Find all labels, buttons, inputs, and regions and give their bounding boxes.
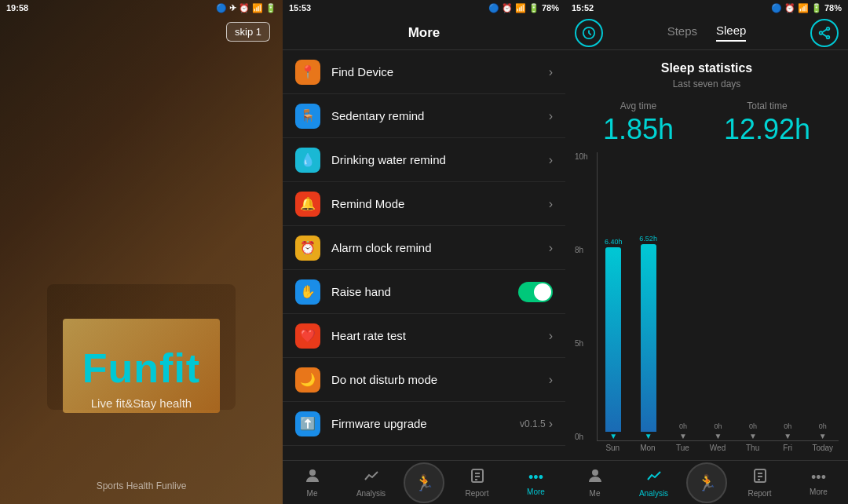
heart-rate-icon: ❤️ <box>295 323 320 349</box>
svg-line-9 <box>822 33 826 36</box>
dnd-icon: 🌙 <box>295 367 320 393</box>
bar-arrow-sun: ▼ <box>609 432 617 440</box>
bar-value-wed: 0h <box>714 422 722 430</box>
status-bar-panel2: 15:53 🔵 ⏰ 📶 🔋 78% <box>283 0 565 16</box>
nav-label-analysis-p2: Analysis <box>356 489 386 498</box>
menu-item-sedentary[interactable]: 🪑 Sedentary remind › <box>283 94 565 138</box>
nav-label-more-p3: More <box>810 488 828 496</box>
center-btn-p2[interactable]: 🏃 <box>404 462 444 503</box>
y-label-8h: 8h <box>575 246 594 254</box>
raise-hand-toggle[interactable] <box>518 282 553 302</box>
menu-label-alarm: Alarm clock remind <box>331 241 549 254</box>
nav-center-p2[interactable]: 🏃 <box>400 461 448 504</box>
chevron-drinking: › <box>549 153 553 167</box>
bar-value-today: 0h <box>819 422 827 430</box>
bar-arrow-today: ▼ <box>819 432 827 440</box>
y-label-5h: 5h <box>575 339 594 348</box>
nav-me-p2[interactable]: Me <box>283 461 342 504</box>
sleep-stats-sub: Last seven days <box>565 79 848 89</box>
menu-item-alarm[interactable]: ⏰ Alarm clock remind › <box>283 226 565 270</box>
total-value: 12.92h <box>724 113 810 146</box>
nav-label-report-p3: Report <box>747 489 771 498</box>
y-label-10h: 10h <box>575 152 594 161</box>
chevron-dnd: › <box>549 373 553 387</box>
svg-point-11 <box>592 469 598 476</box>
nav-analysis-p2[interactable]: Analysis <box>342 461 400 504</box>
bar-rect-mon <box>641 244 656 432</box>
svg-point-6 <box>827 27 830 30</box>
splash-panel: 19:58 🔵 ✈ ⏰ 📶 🔋 skip 1 Funfit Live fit&S… <box>0 0 283 504</box>
bar-value-fri: 0h <box>784 422 791 430</box>
x-label-sun: Sun <box>597 441 629 452</box>
menu-label-dnd: Do not disturb mode <box>331 373 549 386</box>
bottom-nav-panel2: Me Analysis 🏃 Report ••• More <box>283 460 565 504</box>
splash-footer: Sports Health Funlive <box>0 480 283 491</box>
menu-item-dnd[interactable]: 🌙 Do not disturb mode › <box>283 358 565 402</box>
chevron-firmware: › <box>549 417 553 431</box>
nav-analysis-p3[interactable]: Analysis <box>624 461 683 504</box>
menu-item-remind-mode[interactable]: 🔔 Remind Mode › <box>283 182 565 226</box>
nav-report-p3[interactable]: Report <box>730 461 789 504</box>
bar-value-thu: 0h <box>749 422 757 430</box>
nav-more-p3[interactable]: ••• More <box>789 461 848 504</box>
menu-item-find-device[interactable]: 📍 Find Device › <box>283 50 565 94</box>
nav-label-analysis-p3: Analysis <box>639 489 668 498</box>
more-title: More <box>408 25 440 41</box>
chevron-find-device: › <box>549 65 553 79</box>
menu-item-heart-rate[interactable]: ❤️ Heart rate test › <box>283 314 565 358</box>
nav-me-p3[interactable]: Me <box>565 461 624 504</box>
chevron-remind-mode: › <box>549 197 553 211</box>
chart-inner: 10h 8h 5h 0h 6.40h ▼ 6.52h ▼ 0h <box>575 152 839 460</box>
svg-line-10 <box>822 29 826 32</box>
nav-center-p3[interactable]: 🏃 <box>683 461 730 504</box>
sleep-share-icon[interactable] <box>810 19 839 47</box>
remind-mode-icon: 🔔 <box>295 192 320 217</box>
sleep-numbers: Avg time 1.85h Total time 12.92h <box>565 100 848 146</box>
me-icon-p2 <box>305 468 320 488</box>
skip-button[interactable]: skip 1 <box>226 22 270 42</box>
bar-rect-sun <box>605 247 621 432</box>
report-icon-p3 <box>752 468 768 488</box>
bar-arrow-tue: ▼ <box>679 432 687 440</box>
menu-label-remind-mode: Remind Mode <box>331 197 549 210</box>
more-icon-p3: ••• <box>811 469 826 486</box>
logo: Funfit <box>0 345 283 392</box>
more-panel: 15:53 🔵 ⏰ 📶 🔋 78% More 📍 Find Device › 🪑… <box>283 0 565 504</box>
sleep-circle-icon[interactable] <box>575 19 603 47</box>
center-icon-p3: 🏃 <box>697 473 717 492</box>
more-icon-p2: ••• <box>528 469 543 486</box>
center-btn-p3[interactable]: 🏃 <box>686 462 727 503</box>
tab-steps[interactable]: Steps <box>667 24 697 41</box>
total-label: Total time <box>724 100 810 111</box>
nav-label-me-p3: Me <box>590 489 601 498</box>
nav-label-me-p2: Me <box>307 489 318 498</box>
svg-point-0 <box>309 469 316 476</box>
bar-sun: 6.40h ▼ <box>598 152 629 440</box>
menu-item-firmware[interactable]: ⬆️ Firmware upgrade v0.1.5 › <box>283 402 565 446</box>
firmware-version: v0.1.5 <box>520 418 546 429</box>
bar-mon: 6.52h ▼ <box>632 152 663 440</box>
menu-item-raise-hand[interactable]: ✋ Raise hand <box>283 270 565 314</box>
svg-point-8 <box>827 35 830 38</box>
status-icons-p1: 🔵 ✈ ⏰ 📶 🔋 <box>216 3 276 13</box>
nav-more-p2[interactable]: ••• More <box>506 461 565 504</box>
menu-label-raise-hand: Raise hand <box>331 285 518 298</box>
nav-report-p2[interactable]: Report <box>448 461 506 504</box>
status-bar-panel1: 19:58 🔵 ✈ ⏰ 📶 🔋 <box>0 0 283 16</box>
sleep-header: Steps Sleep <box>565 16 848 50</box>
x-label-today: Today <box>806 441 839 452</box>
chart-bars: 6.40h ▼ 6.52h ▼ 0h ▼ 0h ▼ <box>597 152 839 441</box>
analysis-icon-p2 <box>364 468 379 488</box>
alarm-icon: ⏰ <box>295 236 320 261</box>
bar-tue: 0h ▼ <box>667 152 699 440</box>
sleep-tabs: Steps Sleep <box>603 24 810 42</box>
menu-label-firmware: Firmware upgrade <box>331 417 520 430</box>
tab-sleep[interactable]: Sleep <box>716 24 746 42</box>
menu-item-drinking[interactable]: 💧 Drinking water remind › <box>283 138 565 182</box>
drinking-icon: 💧 <box>295 148 320 173</box>
menu-label-sedentary: Sedentary remind <box>331 109 549 122</box>
logo-accent: fit <box>159 345 200 391</box>
bar-today: 0h ▼ <box>807 152 839 440</box>
sedentary-icon: 🪑 <box>295 104 320 129</box>
status-time-p1: 19:58 <box>6 3 28 13</box>
